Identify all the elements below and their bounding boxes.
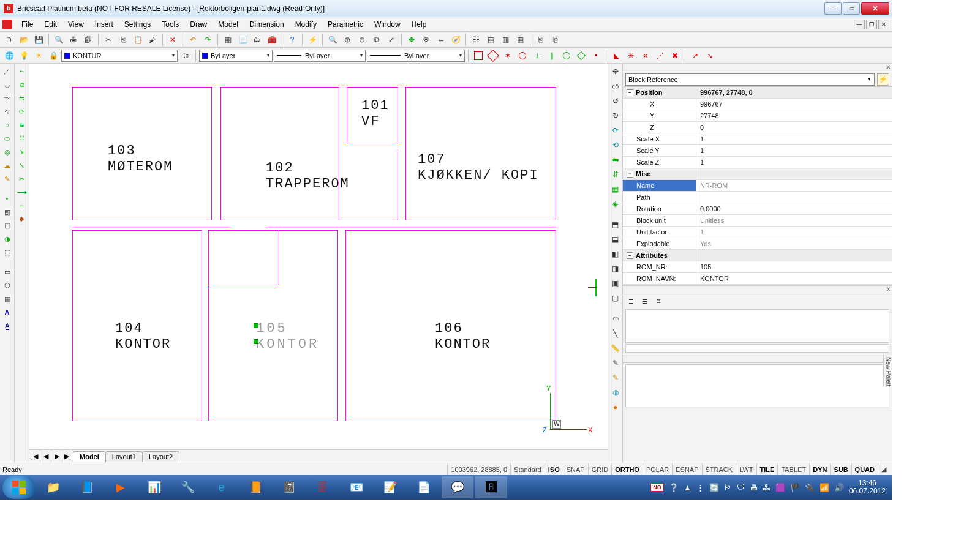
boundary-icon[interactable]: ▢ (1, 219, 13, 231)
revision-cloud-icon[interactable]: ☁ (1, 159, 13, 171)
text-icon[interactable]: A (1, 306, 13, 318)
hatch-icon[interactable]: ▨ (1, 206, 13, 218)
vports-icon[interactable]: ▦ (609, 182, 622, 196)
status-strack[interactable]: STRACK (702, 463, 736, 475)
status-sub[interactable]: SUB (830, 463, 851, 475)
undo-icon[interactable]: ↶ (186, 33, 200, 47)
tray-bt-icon[interactable]: ⋮ (696, 483, 704, 492)
prop-z[interactable]: Z0 (623, 122, 892, 133)
esnap-midpoint-icon[interactable] (486, 49, 500, 62)
menu-help[interactable]: Help (406, 18, 432, 31)
circle-icon[interactable]: ○ (1, 119, 13, 131)
cmd-grid-icon[interactable]: ⠿ (652, 296, 663, 307)
taskbar-excel-icon[interactable]: 📊 (138, 476, 170, 498)
mdi-close-button[interactable]: ✕ (878, 20, 889, 29)
help-icon[interactable]: ? (285, 33, 299, 47)
group-attributes[interactable]: −Attributes (623, 250, 892, 261)
point-icon[interactable]: • (1, 192, 13, 204)
menu-tools[interactable]: Tools (156, 18, 184, 31)
selection-grip[interactable] (254, 339, 258, 344)
prop-scalex[interactable]: Scale X1 (623, 133, 892, 145)
tray-sync-icon[interactable]: 🔄 (709, 483, 719, 492)
cmd-list-icon[interactable]: ☰ (639, 296, 650, 307)
layer-combo[interactable]: KONTUR ▼ (61, 50, 178, 62)
taskbar-publisher-icon[interactable]: 📘 (71, 476, 103, 498)
status-esnap[interactable]: ESNAP (672, 463, 701, 475)
tab-layout2[interactable]: Layout2 (142, 451, 179, 462)
tab-first-button[interactable]: |◀ (29, 450, 40, 463)
tray-net-icon[interactable]: 🖧 (763, 483, 771, 492)
new-palett-tab[interactable]: New Palett (883, 354, 892, 386)
drawing-canvas[interactable]: 103 MØTEROM 102 TRAPPEROM 101 VF 107 KJØ… (29, 64, 608, 449)
status-snap[interactable]: SNAP (563, 463, 588, 475)
taskbar-ie-icon[interactable]: e (206, 476, 238, 498)
tray-shield-icon[interactable]: 🛡 (737, 483, 745, 492)
mdi-minimize-button[interactable]: — (854, 20, 865, 29)
save-icon[interactable]: 💾 (32, 33, 45, 47)
layer-sun-icon[interactable]: ☀ (32, 49, 45, 62)
regen-all-icon[interactable]: ⟲ (609, 138, 622, 152)
taskbar-explorer-icon[interactable]: 📁 (37, 476, 69, 498)
esnap-center-icon[interactable] (516, 49, 529, 62)
explode-icon[interactable]: ✸ (16, 213, 28, 225)
iso-icon[interactable]: ◈ (609, 197, 622, 211)
rectangle-icon[interactable]: ▭ (1, 266, 13, 278)
tray-app-icon[interactable]: 🟪 (775, 483, 785, 492)
sketch-icon[interactable]: ✎ (1, 173, 13, 185)
tab-next-button[interactable]: ▶ (51, 450, 62, 463)
publish-icon[interactable]: 🗐 (81, 33, 95, 47)
status-tablet[interactable]: TABLET (777, 463, 809, 475)
zoom-window-icon[interactable]: ⧉ (370, 33, 383, 47)
copy-view-icon[interactable]: ⎘ (533, 33, 547, 47)
esnap-nearest-icon[interactable]: ✳ (624, 49, 638, 62)
layer-state-icon[interactable]: 🗂 (179, 49, 192, 62)
extend-icon[interactable]: ⟶ (16, 186, 28, 198)
properties-icon[interactable]: 📃 (236, 33, 249, 47)
stretch-icon[interactable]: ⇲ (16, 146, 28, 158)
annotate-icon[interactable]: ✎ (609, 356, 622, 370)
refresh-icon[interactable]: ⟳ (609, 124, 622, 137)
measure-icon[interactable]: 📏 (609, 342, 622, 355)
esnap-extension-icon[interactable]: ⋰ (654, 49, 667, 62)
esnap-apparent-icon[interactable]: ⤫ (639, 49, 652, 62)
panel-close-button[interactable]: ✕ (623, 354, 892, 363)
plan-top-icon[interactable]: ⬒ (609, 218, 622, 231)
esnap-intersection-icon[interactable]: ✶ (501, 49, 514, 62)
ucs-icon[interactable]: ⌙ (434, 33, 448, 47)
paste-view-icon[interactable]: ⎗ (548, 33, 562, 47)
status-ortho[interactable]: ORTHO (611, 463, 643, 475)
command-input-area[interactable] (625, 309, 889, 343)
tab-model[interactable]: Model (73, 451, 106, 462)
polyline-icon[interactable]: 〰 (1, 92, 13, 104)
orbit-icon[interactable]: ⭯ (609, 80, 622, 93)
menu-dimension[interactable]: Dimension (244, 18, 290, 31)
tab-last-button[interactable]: ▶| (62, 450, 74, 463)
label-105-selected[interactable]: 105 KONTOR (256, 321, 319, 353)
plan-front-icon[interactable]: ▣ (609, 277, 622, 290)
table-icon[interactable]: ▦ (1, 293, 13, 305)
render-icon[interactable]: ● (609, 400, 622, 414)
explorer-icon[interactable]: ▦ (221, 33, 235, 47)
menu-view[interactable]: View (62, 18, 89, 31)
erase-icon[interactable]: ✕ (166, 33, 179, 47)
esnap-settings-icon[interactable]: ↘ (703, 49, 717, 62)
esnap-tangent-icon[interactable] (560, 49, 573, 62)
taskbar-outlook-icon[interactable]: 📧 (341, 476, 372, 498)
tray-vol-icon[interactable]: 🔊 (834, 483, 844, 492)
rotate-y-icon[interactable]: ↻ (609, 109, 622, 122)
tab-layout1[interactable]: Layout1 (105, 451, 143, 462)
taskbar-powerpoint-icon[interactable]: 📙 (239, 476, 271, 498)
mirror-v-icon[interactable]: ⇵ (609, 168, 622, 181)
menu-parametric[interactable]: Parametric (322, 18, 369, 31)
zoom-out-icon[interactable]: ⊖ (355, 33, 369, 47)
tray-clock[interactable]: 13:46 06.07.2012 (849, 479, 886, 495)
plan-bottom-icon[interactable]: ⬓ (609, 233, 622, 246)
menu-file[interactable]: File (16, 18, 39, 31)
status-standard[interactable]: Standard (510, 463, 545, 475)
copy-entity-icon[interactable]: ⧉ (16, 78, 28, 91)
array-icon[interactable]: ⠿ (16, 132, 28, 144)
panel-close-button[interactable]: ✕ (623, 64, 892, 72)
color-combo[interactable]: ByLayer ▼ (199, 50, 273, 62)
prop-explodable[interactable]: ExplodableYes (623, 238, 892, 250)
view-hide-icon[interactable]: 👁 (420, 33, 433, 47)
